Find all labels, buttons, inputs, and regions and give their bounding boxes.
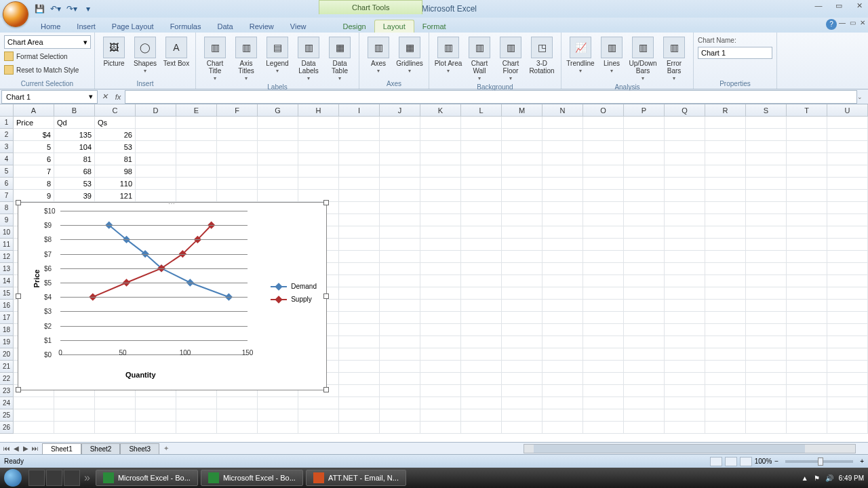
cell[interactable] [136, 397, 176, 409]
tab-formulas[interactable]: Formulas [162, 20, 210, 33]
cell[interactable] [787, 153, 827, 165]
select-all-corner[interactable] [0, 104, 14, 116]
cell[interactable] [176, 165, 217, 178]
cell[interactable] [380, 361, 420, 373]
cell[interactable] [542, 263, 583, 275]
cell[interactable] [705, 324, 746, 336]
cell[interactable] [502, 312, 542, 324]
row-header[interactable]: 3 [0, 141, 14, 153]
cell[interactable] [787, 300, 827, 312]
cell[interactable] [705, 129, 746, 141]
cell[interactable] [746, 312, 787, 324]
cell[interactable] [176, 117, 217, 129]
row-header[interactable]: 8 [0, 202, 14, 214]
cell[interactable] [217, 117, 258, 129]
cell[interactable] [258, 117, 298, 129]
tray-icon[interactable]: ▲ [802, 474, 808, 482]
cell[interactable] [339, 190, 380, 202]
chart-floor-button[interactable]: ▥Chart Floor [496, 34, 526, 82]
cell[interactable] [136, 422, 176, 434]
updown-bars-button[interactable]: ▥Up/Down Bars [628, 34, 658, 82]
cell[interactable] [95, 422, 136, 434]
cell[interactable] [542, 300, 583, 312]
row-header[interactable]: 24 [0, 397, 14, 409]
cell[interactable] [827, 165, 868, 178]
legend-item-demand[interactable]: Demand [271, 283, 317, 290]
cell[interactable] [665, 348, 705, 361]
cell[interactable] [746, 422, 787, 434]
page-break-view-button[interactable] [740, 457, 752, 466]
cell[interactable] [339, 348, 380, 361]
cell[interactable] [542, 385, 583, 397]
column-header[interactable]: K [420, 104, 461, 116]
cell[interactable] [542, 153, 583, 165]
mdi-minimize-button[interactable]: — [839, 19, 846, 26]
cell[interactable] [665, 397, 705, 409]
tab-data[interactable]: Data [209, 20, 241, 33]
cell[interactable] [461, 385, 502, 397]
tab-design[interactable]: Design [334, 20, 374, 33]
row-header[interactable]: 5 [0, 165, 14, 178]
pinned-app-icon[interactable] [64, 470, 80, 486]
error-bars-button[interactable]: ▥Error Bars [659, 34, 689, 82]
cell[interactable] [380, 422, 420, 434]
cell[interactable] [705, 275, 746, 287]
cell[interactable] [420, 373, 461, 385]
cell[interactable] [339, 397, 380, 409]
cell[interactable] [339, 129, 380, 141]
cell[interactable] [827, 153, 868, 165]
cell[interactable] [217, 422, 258, 434]
cell[interactable] [665, 226, 705, 239]
cell[interactable] [787, 422, 827, 434]
cell[interactable] [624, 190, 665, 202]
cell[interactable] [787, 165, 827, 178]
taskbar-item-firefox[interactable]: ATT.NET - Email, N... [306, 470, 406, 486]
cell[interactable] [624, 263, 665, 275]
cell[interactable] [217, 409, 258, 422]
cell[interactable] [827, 348, 868, 361]
cell[interactable] [502, 251, 542, 263]
cell[interactable] [665, 300, 705, 312]
column-header[interactable]: P [624, 104, 665, 116]
cell[interactable] [380, 251, 420, 263]
row-header[interactable]: 15 [0, 287, 14, 300]
resize-handle[interactable] [16, 200, 21, 205]
cell[interactable] [502, 117, 542, 129]
cell[interactable] [705, 239, 746, 251]
cell[interactable] [542, 422, 583, 434]
sheet-tab-2[interactable]: Sheet2 [81, 443, 121, 454]
cell[interactable] [339, 141, 380, 153]
row-header[interactable]: 18 [0, 324, 14, 336]
cell[interactable] [176, 178, 217, 190]
column-header[interactable]: A [14, 104, 54, 116]
cell[interactable] [420, 239, 461, 251]
cell[interactable] [461, 422, 502, 434]
cell[interactable] [298, 397, 339, 409]
cell[interactable] [583, 263, 624, 275]
cell[interactable] [787, 397, 827, 409]
cell[interactable] [298, 190, 339, 202]
zoom-out-button[interactable]: − [774, 458, 778, 465]
cell[interactable] [420, 129, 461, 141]
cell[interactable] [502, 153, 542, 165]
cell[interactable] [298, 422, 339, 434]
cell[interactable] [827, 129, 868, 141]
cell[interactable] [176, 141, 217, 153]
cell[interactable] [420, 422, 461, 434]
cell[interactable] [136, 153, 176, 165]
cell[interactable] [705, 141, 746, 153]
taskbar-item-excel[interactable]: Microsoft Excel - Bo... [201, 470, 303, 486]
cell[interactable] [583, 165, 624, 178]
cell[interactable]: 135 [54, 129, 95, 141]
cell[interactable] [665, 153, 705, 165]
cell[interactable] [746, 251, 787, 263]
cell[interactable] [665, 117, 705, 129]
cell[interactable] [339, 263, 380, 275]
cell[interactable] [339, 239, 380, 251]
cell[interactable] [542, 214, 583, 226]
cell[interactable] [624, 312, 665, 324]
cell[interactable] [542, 361, 583, 373]
column-header[interactable]: Q [665, 104, 705, 116]
cell[interactable] [502, 373, 542, 385]
cell[interactable] [665, 287, 705, 300]
